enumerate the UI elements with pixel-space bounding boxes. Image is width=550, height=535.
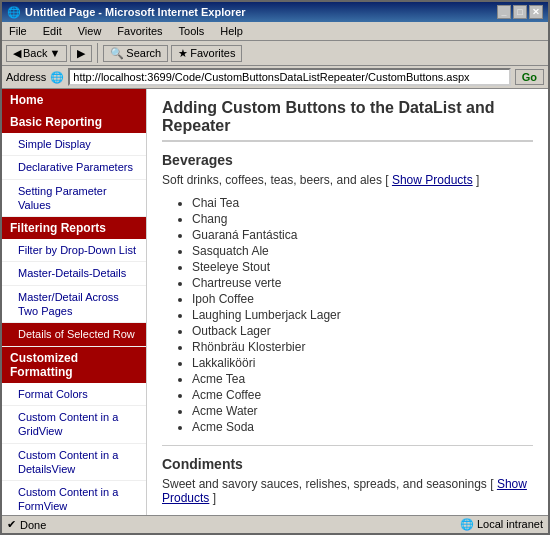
menu-tools[interactable]: Tools [176,24,208,38]
address-icon: 🌐 [50,71,64,84]
menu-help[interactable]: Help [217,24,246,38]
title-bar-left: 🌐 Untitled Page - Microsoft Internet Exp… [7,6,246,19]
sidebar-item-setting-parameter-values[interactable]: Setting Parameter Values [2,180,146,218]
address-label: Address [6,71,46,83]
toolbar: ◀ Back ▼ ▶ 🔍 Search ★ Favorites [2,41,548,66]
content-area: Home Basic Reporting Simple Display Decl… [2,89,548,515]
list-item: Sasquatch Ale [192,243,533,259]
sidebar-item-master-details[interactable]: Master-Details-Details [2,262,146,285]
sidebar-section-basic-reporting[interactable]: Basic Reporting [2,111,146,133]
status-left: ✔ Done [7,518,46,531]
sidebar: Home Basic Reporting Simple Display Decl… [2,89,147,515]
search-icon: 🔍 [110,47,124,60]
menu-view[interactable]: View [75,24,105,38]
search-button[interactable]: 🔍 Search [103,45,168,62]
list-item: Outback Lager [192,323,533,339]
sidebar-section-filtering-reports[interactable]: Filtering Reports [2,217,146,239]
list-item: Ipoh Coffee [192,291,533,307]
sidebar-item-custom-content-gridview[interactable]: Custom Content in a GridView [2,406,146,444]
sidebar-item-declarative-parameters[interactable]: Declarative Parameters [2,156,146,179]
condiments-section: Condiments Sweet and savory sauces, reli… [162,456,533,505]
list-item: Guaraná Fantástica [192,227,533,243]
page-title: Adding Custom Buttons to the DataList an… [162,99,533,142]
back-dropdown-icon: ▼ [49,47,60,59]
menu-edit[interactable]: Edit [40,24,65,38]
list-item: Rhönbräu Klosterbier [192,339,533,355]
forward-icon: ▶ [77,47,85,60]
sidebar-item-format-colors[interactable]: Format Colors [2,383,146,406]
toolbar-separator-1 [97,43,98,63]
browser-window: 🌐 Untitled Page - Microsoft Internet Exp… [0,0,550,535]
address-bar: Address 🌐 Go [2,66,548,89]
title-bar: 🌐 Untitled Page - Microsoft Internet Exp… [2,2,548,22]
window-title: Untitled Page - Microsoft Internet Explo… [25,6,246,18]
beverages-title: Beverages [162,152,533,168]
back-button[interactable]: ◀ Back ▼ [6,45,67,62]
beverages-description: Soft drinks, coffees, teas, beers, and a… [162,173,533,187]
sidebar-item-custom-content-formview[interactable]: Custom Content in a FormView [2,481,146,515]
status-right: 🌐 Local intranet [460,518,543,531]
list-item: Chai Tea [192,195,533,211]
menu-bar: File Edit View Favorites Tools Help [2,22,548,41]
beverages-section: Beverages Soft drinks, coffees, teas, be… [162,152,533,435]
sidebar-section-customized-formatting[interactable]: Customized Formatting [2,347,146,383]
list-item: Laughing Lumberjack Lager [192,307,533,323]
zone-text: Local intranet [477,518,543,530]
main-content: Adding Custom Buttons to the DataList an… [147,89,548,515]
sidebar-item-master-detail-two-pages[interactable]: Master/Detail Across Two Pages [2,286,146,324]
globe-icon: 🌐 [460,518,474,530]
sidebar-item-filter-dropdown[interactable]: Filter by Drop-Down List [2,239,146,262]
status-bar: ✔ Done 🌐 Local intranet [2,515,548,533]
browser-icon: 🌐 [7,6,21,19]
sidebar-item-home[interactable]: Home [2,89,146,111]
star-icon: ★ [178,47,188,60]
back-icon: ◀ [13,47,21,60]
condiments-title: Condiments [162,456,533,472]
sidebar-item-custom-content-detailsview[interactable]: Custom Content in a DetailsView [2,444,146,482]
forward-button[interactable]: ▶ [70,45,92,62]
list-item: Lakkalikööri [192,355,533,371]
go-button[interactable]: Go [515,69,544,85]
condiments-description: Sweet and savory sauces, relishes, sprea… [162,477,533,505]
beverages-product-list: Chai Tea Chang Guaraná Fantástica Sasqua… [192,195,533,435]
list-item: Acme Tea [192,371,533,387]
list-item: Chang [192,211,533,227]
sidebar-item-simple-display[interactable]: Simple Display [2,133,146,156]
status-icon: ✔ [7,518,16,531]
list-item: Acme Water [192,403,533,419]
status-text: Done [20,519,46,531]
window-controls: _ □ ✕ [497,5,543,19]
maximize-button[interactable]: □ [513,5,527,19]
section-divider [162,445,533,446]
beverages-show-products-link[interactable]: Show Products [392,173,473,187]
list-item: Acme Soda [192,419,533,435]
menu-favorites[interactable]: Favorites [114,24,165,38]
list-item: Chartreuse verte [192,275,533,291]
menu-file[interactable]: File [6,24,30,38]
favorites-button[interactable]: ★ Favorites [171,45,242,62]
list-item: Acme Coffee [192,387,533,403]
address-input[interactable] [68,68,510,86]
list-item: Steeleye Stout [192,259,533,275]
sidebar-item-details-selected-row[interactable]: Details of Selected Row [2,323,146,346]
minimize-button[interactable]: _ [497,5,511,19]
close-button[interactable]: ✕ [529,5,543,19]
